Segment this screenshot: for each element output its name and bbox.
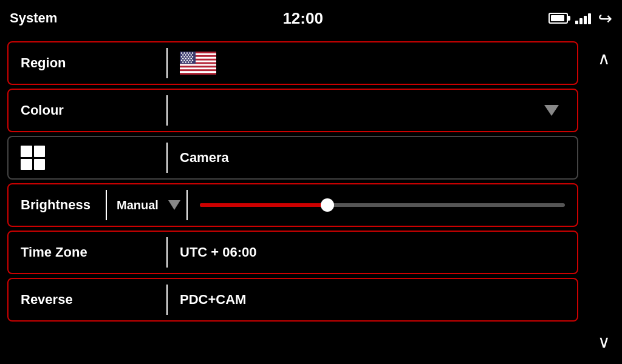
brightness-slider-area	[188, 203, 577, 207]
svg-point-13	[182, 54, 183, 55]
region-value	[168, 52, 577, 75]
us-flag-icon	[180, 52, 216, 75]
region-label: Region	[9, 55, 166, 71]
brightness-slider-track[interactable]	[200, 203, 565, 207]
svg-point-8	[181, 52, 182, 53]
battery-icon	[549, 13, 568, 24]
reverse-label: Reverse	[9, 292, 166, 308]
svg-point-27	[183, 59, 185, 61]
svg-point-30	[192, 59, 193, 61]
svg-point-29	[189, 59, 190, 61]
reverse-value: PDC+CAM	[168, 292, 577, 308]
settings-list: Region	[0, 36, 586, 364]
brightness-dropdown-arrow	[168, 200, 180, 210]
clock-display: 12:00	[282, 9, 323, 28]
svg-point-20	[189, 56, 190, 57]
grid-icon	[21, 146, 45, 170]
scroll-up-button[interactable]: ∧	[598, 49, 610, 69]
svg-point-26	[181, 59, 182, 61]
reverse-row[interactable]: Reverse PDC+CAM	[7, 278, 578, 322]
svg-point-17	[181, 56, 182, 57]
brightness-row[interactable]: Brightness Manual	[7, 183, 578, 227]
svg-point-24	[188, 58, 189, 59]
signal-bar-2	[579, 18, 583, 24]
main-content: Region	[0, 36, 622, 364]
svg-point-31	[182, 61, 183, 62]
svg-point-18	[183, 56, 185, 57]
scroll-down-button[interactable]: ∨	[598, 332, 610, 352]
camera-icon-area	[9, 146, 166, 170]
header: System 12:00 ↩	[0, 0, 622, 36]
svg-point-22	[182, 58, 183, 59]
svg-point-25	[191, 58, 192, 59]
region-row[interactable]: Region	[7, 41, 578, 85]
system-title: System	[10, 10, 57, 26]
svg-rect-6	[180, 71, 216, 73]
svg-point-28	[186, 59, 188, 61]
timezone-value: UTC + 06:00	[168, 244, 577, 260]
header-icons: ↩	[549, 8, 612, 29]
colour-row[interactable]: Colour	[7, 89, 578, 132]
svg-point-34	[191, 61, 192, 62]
camera-row[interactable]: Camera	[7, 136, 578, 180]
signal-bar-3	[584, 16, 587, 24]
svg-point-11	[189, 52, 190, 53]
svg-point-10	[186, 52, 188, 53]
svg-point-33	[188, 61, 189, 62]
svg-point-21	[192, 56, 193, 57]
colour-label: Colour	[9, 103, 166, 118]
back-button[interactable]: ↩	[598, 8, 612, 29]
timezone-label: Time Zone	[9, 244, 166, 260]
svg-rect-4	[180, 64, 216, 66]
colour-dropdown-arrow	[544, 105, 559, 116]
svg-point-19	[186, 56, 188, 57]
brightness-mode: Manual	[107, 198, 168, 212]
signal-icon	[575, 12, 591, 24]
svg-point-23	[185, 58, 186, 59]
camera-value: Camera	[168, 150, 577, 166]
svg-point-14	[185, 54, 186, 55]
brightness-label: Brightness	[9, 197, 106, 213]
svg-rect-5	[180, 67, 216, 69]
colour-value	[168, 105, 577, 116]
svg-point-16	[191, 54, 192, 55]
svg-point-32	[185, 61, 186, 62]
svg-point-9	[183, 52, 185, 53]
signal-bar-1	[575, 21, 578, 24]
svg-point-15	[188, 54, 189, 55]
timezone-row[interactable]: Time Zone UTC + 06:00	[7, 231, 578, 274]
brightness-slider-fill	[200, 203, 327, 207]
brightness-slider-thumb[interactable]	[321, 198, 334, 212]
right-sidebar: ∧ ∨	[586, 36, 622, 364]
signal-bar-4	[588, 13, 591, 24]
svg-point-12	[192, 52, 193, 53]
